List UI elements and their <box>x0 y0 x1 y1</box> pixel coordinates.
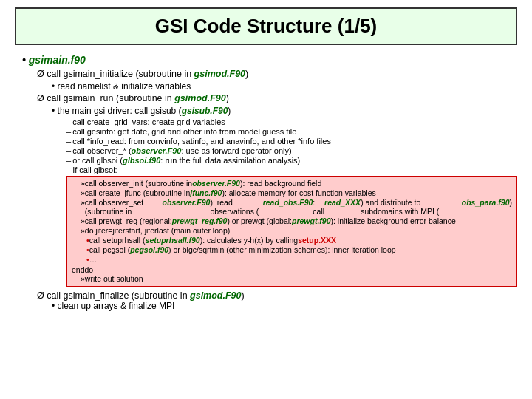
read-obs-ref: read_obs.F90 <box>263 198 313 216</box>
dash-if-glbsoi: If call glbsoi: <box>66 166 517 174</box>
gsisub-ref: gsisub.F90 <box>182 106 228 116</box>
slide-content: gsimain.f90 call gsimain_initialize (sub… <box>15 54 517 311</box>
prewgt-ref: prewgt.f90 <box>292 216 331 225</box>
slide-container: GSI Code Structure (1/5) gsimain.f90 cal… <box>0 0 532 399</box>
run-text: call gsimain_run (subroutine in gsimod.F… <box>47 93 229 103</box>
arrow-item-finalize: call gsimain_finalize (subroutine in gsi… <box>37 290 517 301</box>
pink-prewgt: call prewgt_reg (regional: prewgt_reg.f9… <box>81 216 512 225</box>
slide-title: GSI Code Structure (1/5) <box>15 7 517 45</box>
pcgsoi-ref: pcgsoi.f90 <box>130 245 168 254</box>
jfunc-ref: jfunc.f90 <box>190 188 222 197</box>
dash-glbsoi: or call glbsoi (glbsoi.f90: run the full… <box>66 156 517 165</box>
observer-ref-1: observer.F90 <box>132 146 182 155</box>
dash-info-read: call *info_read: from convinfo, satinfo,… <box>66 137 517 146</box>
pink-pcgsoi: call pcgsoi (pcgsoi.f90) or bigc/sqrtmin… <box>86 245 512 254</box>
pink-dots: … <box>86 255 512 264</box>
dash-gesinfo: call gesinfo: get date, grid and other i… <box>66 127 517 136</box>
dash-create-grid: call create_grid_vars: create grid varia… <box>66 117 517 126</box>
arrow-item-run: call gsimain_run (subroutine in gsimod.F… <box>37 93 517 103</box>
finalize-text: call gsimain_finalize (subroutine in gsi… <box>47 290 245 301</box>
arrow-item-initialize: call gsimain_initialize (subroutine in g… <box>37 69 517 79</box>
pink-observer-init: call observer_init (subroutine in observ… <box>81 179 512 188</box>
gsimod-ref-3: gsimod.F90 <box>190 290 241 301</box>
pink-do-jiter: do jiter=jiterstart, jiterlast (main out… <box>81 226 512 235</box>
gsimod-ref-2: gsimod.F90 <box>174 93 225 103</box>
setup-xxx-ref: setup.XXX <box>298 236 336 245</box>
dash-observer: call observer_* (observer.F90: use as fo… <box>66 146 517 155</box>
read-xxx-ref: read_XXX <box>324 198 361 216</box>
obs-para-ref: obs_para.f90 <box>462 198 510 216</box>
sub-namelist: read namelist & initialize variables <box>52 81 517 92</box>
initialize-text: call gsimain_initialize (subroutine in g… <box>47 69 248 79</box>
setuprhsall-ref: setuprhsall.f90 <box>146 236 200 245</box>
pink-write: write out solution <box>81 274 512 283</box>
glbsoi-ref: glbsoi.f90 <box>123 156 160 165</box>
pink-observer-set: call observer_set (subroutine in observe… <box>81 198 512 216</box>
prewgt-reg-ref: prewgt_reg.f90 <box>172 216 228 225</box>
observer-ref-3: observer.F90 <box>163 198 211 216</box>
gsimod-ref-1: gsimod.F90 <box>194 69 245 79</box>
sub-main-driver: the main gsi driver: call gsisub (gsisub… <box>52 106 517 116</box>
pink-setuprhsall: call setuprhsall (setuprhsall.f90): calc… <box>86 236 512 245</box>
pink-highlight-box: call observer_init (subroutine in observ… <box>66 176 517 287</box>
last-bullet: • clean up arrays & finalize MPI <box>52 301 517 311</box>
main-bullet: gsimain.f90 <box>22 54 517 66</box>
pink-create-jfunc: call create_jfunc (subroutine in jfunc.f… <box>81 188 512 197</box>
observer-ref-2: observer.F90 <box>192 179 240 188</box>
pink-enddo: enddo <box>72 265 512 274</box>
